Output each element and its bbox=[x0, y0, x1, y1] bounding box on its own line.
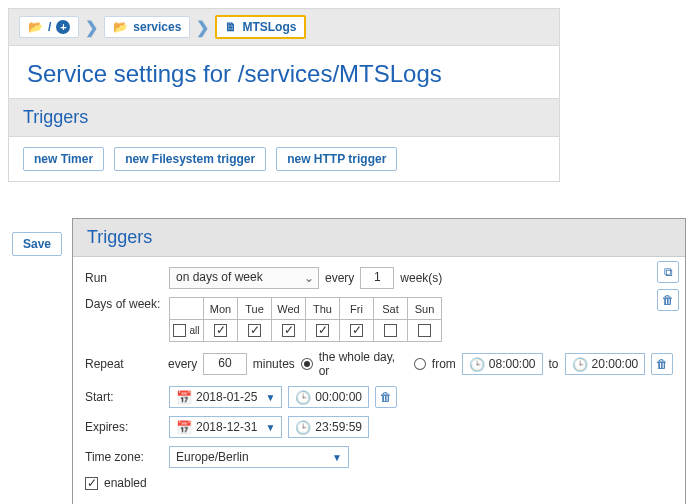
day-cell-fri[interactable] bbox=[340, 320, 374, 342]
chevron-down-icon: ▼ bbox=[332, 452, 342, 463]
day-cell-tue[interactable] bbox=[238, 320, 272, 342]
repeat-label: Repeat bbox=[85, 357, 162, 371]
day-header: Sun bbox=[408, 298, 442, 320]
run-label: Run bbox=[85, 271, 163, 285]
expires-date-value: 2018-12-31 bbox=[196, 420, 257, 434]
day-checkbox[interactable] bbox=[350, 324, 363, 337]
clear-start-button[interactable]: 🗑 bbox=[375, 386, 397, 408]
start-time-input[interactable]: 🕒00:00:00 bbox=[288, 386, 369, 408]
save-button[interactable]: Save bbox=[12, 232, 62, 256]
every-label: every bbox=[325, 271, 354, 285]
day-header: Tue bbox=[238, 298, 272, 320]
tz-value: Europe/Berlin bbox=[176, 450, 249, 464]
enabled-checkbox[interactable] bbox=[85, 477, 98, 490]
trash-icon: 🗑 bbox=[662, 293, 674, 307]
delete-trigger-button[interactable]: 🗑 bbox=[657, 289, 679, 311]
day-cell-sun[interactable] bbox=[408, 320, 442, 342]
folder-icon: 📂 bbox=[28, 21, 43, 33]
trigger-buttons: new Timer new Filesystem trigger new HTT… bbox=[9, 137, 559, 181]
expires-label: Expires: bbox=[85, 420, 163, 434]
run-mode-value: on days of week bbox=[176, 270, 263, 284]
days-header-blank bbox=[170, 298, 204, 320]
day-checkbox[interactable] bbox=[384, 324, 397, 337]
breadcrumb-current-label: MTSLogs bbox=[242, 20, 296, 34]
day-checkbox[interactable] bbox=[282, 324, 295, 337]
days-table: Mon Tue Wed Thu Fri Sat Sun all bbox=[169, 297, 442, 342]
expires-time-input[interactable]: 🕒23:59:59 bbox=[288, 416, 369, 438]
breadcrumb-root-label: / bbox=[48, 20, 51, 34]
from-time-input[interactable]: 🕒08:00:00 bbox=[462, 353, 543, 375]
start-label: Start: bbox=[85, 390, 163, 404]
calendar-icon: 📅 bbox=[176, 420, 192, 435]
chevron-right-icon: ❯ bbox=[85, 18, 98, 37]
clear-repeat-button[interactable]: 🗑 bbox=[651, 353, 673, 375]
chevron-right-icon: ❯ bbox=[196, 18, 209, 37]
clock-icon: 🕒 bbox=[295, 390, 311, 405]
expires-time-value: 23:59:59 bbox=[315, 420, 362, 434]
from-time-value: 08:00:00 bbox=[489, 357, 536, 371]
start-date-value: 2018-01-25 bbox=[196, 390, 257, 404]
day-header: Mon bbox=[204, 298, 238, 320]
trash-icon: 🗑 bbox=[656, 357, 668, 371]
copy-button[interactable]: ⧉ bbox=[657, 261, 679, 283]
chevron-down-icon: ▼ bbox=[265, 392, 275, 403]
breadcrumb-services[interactable]: 📂 services bbox=[104, 16, 190, 38]
all-label: all bbox=[190, 325, 200, 336]
day-checkbox[interactable] bbox=[316, 324, 329, 337]
page-title: Service settings for /services/MTSLogs bbox=[9, 46, 559, 98]
start-time-value: 00:00:00 bbox=[315, 390, 362, 404]
trash-icon: 🗑 bbox=[380, 390, 392, 404]
tz-select[interactable]: Europe/Berlin ▼ bbox=[169, 446, 349, 468]
detail-header: Triggers bbox=[73, 219, 685, 257]
day-checkbox[interactable] bbox=[418, 324, 431, 337]
new-timer-button[interactable]: new Timer bbox=[23, 147, 104, 171]
trigger-detail-panel: Triggers ⧉ 🗑 Run on days of week ⌄ every… bbox=[72, 218, 686, 504]
clock-icon: 🕒 bbox=[469, 357, 485, 372]
breadcrumb-services-label: services bbox=[133, 20, 181, 34]
chevron-down-icon: ⌄ bbox=[304, 271, 314, 285]
day-header: Thu bbox=[306, 298, 340, 320]
new-fs-trigger-button[interactable]: new Filesystem trigger bbox=[114, 147, 266, 171]
days-label: Days of week: bbox=[85, 297, 163, 311]
clock-icon: 🕒 bbox=[572, 357, 588, 372]
file-gear-icon: 🗎 bbox=[225, 21, 237, 33]
clock-icon: 🕒 bbox=[295, 420, 311, 435]
day-cell-mon[interactable] bbox=[204, 320, 238, 342]
whole-day-label: the whole day, or bbox=[319, 350, 408, 378]
breadcrumb-root[interactable]: 📂 / + bbox=[19, 16, 79, 38]
from-label: from bbox=[432, 357, 456, 371]
start-date-input[interactable]: 📅2018-01-25▼ bbox=[169, 386, 282, 408]
add-icon[interactable]: + bbox=[56, 20, 70, 34]
run-mode-select[interactable]: on days of week ⌄ bbox=[169, 267, 319, 289]
repeat-unit-label: minutes bbox=[253, 357, 295, 371]
enabled-label: enabled bbox=[104, 476, 147, 490]
copy-icon: ⧉ bbox=[664, 265, 673, 279]
all-cell[interactable]: all bbox=[170, 320, 204, 342]
folder-icon: 📂 bbox=[113, 21, 128, 33]
day-checkbox[interactable] bbox=[214, 324, 227, 337]
day-header: Wed bbox=[272, 298, 306, 320]
to-label: to bbox=[549, 357, 559, 371]
day-header: Fri bbox=[340, 298, 374, 320]
repeat-every-label: every bbox=[168, 357, 197, 371]
calendar-icon: 📅 bbox=[176, 390, 192, 405]
new-http-trigger-button[interactable]: new HTTP trigger bbox=[276, 147, 397, 171]
all-checkbox[interactable] bbox=[173, 324, 186, 337]
to-time-input[interactable]: 🕒20:00:00 bbox=[565, 353, 646, 375]
weeks-suffix: week(s) bbox=[400, 271, 442, 285]
day-checkbox[interactable] bbox=[248, 324, 261, 337]
day-header: Sat bbox=[374, 298, 408, 320]
to-time-value: 20:00:00 bbox=[592, 357, 639, 371]
triggers-header: Triggers bbox=[9, 98, 559, 137]
day-cell-wed[interactable] bbox=[272, 320, 306, 342]
day-cell-sat[interactable] bbox=[374, 320, 408, 342]
settings-panel: 📂 / + ❯ 📂 services ❯ 🗎 MTSLogs Service s… bbox=[8, 8, 560, 182]
day-cell-thu[interactable] bbox=[306, 320, 340, 342]
whole-day-radio[interactable] bbox=[301, 358, 313, 370]
expires-date-input[interactable]: 📅2018-12-31▼ bbox=[169, 416, 282, 438]
weeks-input[interactable]: 1 bbox=[360, 267, 394, 289]
repeat-minutes-input[interactable]: 60 bbox=[203, 353, 246, 375]
chevron-down-icon: ▼ bbox=[265, 422, 275, 433]
breadcrumb-current[interactable]: 🗎 MTSLogs bbox=[215, 15, 306, 39]
from-radio[interactable] bbox=[414, 358, 426, 370]
